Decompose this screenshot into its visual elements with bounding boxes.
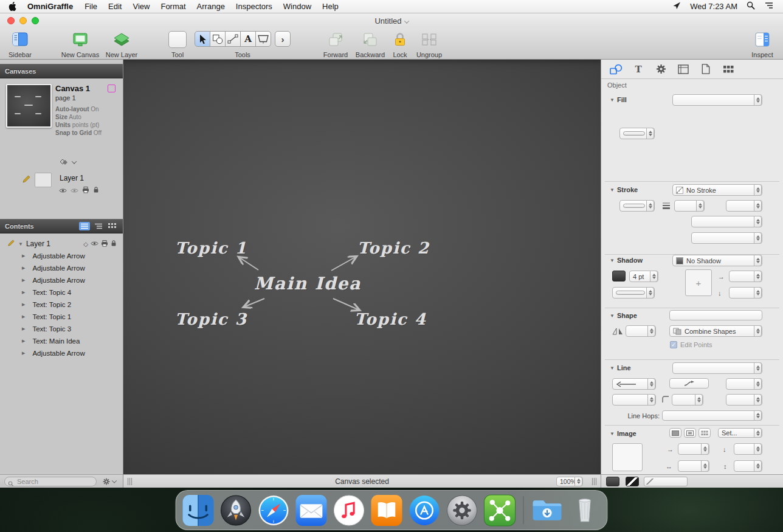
canvas-options-control[interactable]: [60, 159, 76, 165]
combine-shapes-dropdown[interactable]: Combine Shapes: [669, 325, 762, 337]
search-input[interactable]: [4, 477, 97, 486]
toolbar-new-canvas-button[interactable]: New Canvas: [61, 30, 100, 58]
tab-properties-inspector[interactable]: [654, 63, 668, 76]
artboard-tool-button[interactable]: [255, 31, 271, 47]
drawing-canvas[interactable]: Topic 1 Topic 2 Main Idea Topic 3 Topic …: [123, 60, 601, 474]
row-lock-icon[interactable]: [111, 240, 117, 248]
line-section-title[interactable]: ▼Line: [610, 364, 631, 371]
shape-name-field[interactable]: [669, 310, 762, 320]
node-topic-3[interactable]: Topic 3: [175, 310, 247, 328]
stroke-radius-field[interactable]: [691, 216, 762, 227]
image-height-field[interactable]: [734, 460, 762, 472]
menu-window[interactable]: Window: [278, 2, 317, 11]
node-topic-4[interactable]: Topic 4: [354, 310, 427, 328]
tab-type-inspector[interactable]: T: [631, 63, 646, 76]
fill-color-well[interactable]: [606, 477, 619, 486]
node-topic-1[interactable]: Topic 1: [175, 239, 247, 257]
notification-center-icon[interactable]: [764, 2, 773, 11]
contents-item[interactable]: ▶Text: Main Idea: [0, 335, 123, 347]
shadow-offset-x-field[interactable]: [729, 271, 762, 282]
layer-disclosure-icon[interactable]: ▼: [18, 241, 23, 247]
layer-print-icon[interactable]: [82, 185, 89, 196]
contents-pencil-icon[interactable]: [7, 240, 15, 248]
dock-launchpad-icon[interactable]: [220, 494, 252, 527]
shadow-position-picker[interactable]: +: [685, 269, 712, 296]
tab-workspaces-grid[interactable]: [721, 63, 736, 76]
image-fit-stretch-button[interactable]: [684, 428, 696, 438]
menu-file[interactable]: File: [79, 2, 103, 11]
line-midpoint-control[interactable]: [669, 378, 709, 389]
toolbar-ungroup-button[interactable]: Ungroup: [415, 30, 444, 58]
grid-view-button[interactable]: [107, 222, 118, 230]
node-topic-2[interactable]: Topic 2: [357, 239, 430, 257]
more-tools-button[interactable]: ›: [275, 31, 291, 47]
menu-view[interactable]: View: [127, 2, 155, 11]
image-width-field[interactable]: [678, 460, 709, 472]
stroke-section-title[interactable]: ▼Stroke: [610, 186, 638, 193]
spotlight-search-icon[interactable]: [747, 1, 755, 12]
shadow-offset-y-field[interactable]: [729, 287, 762, 299]
shape-section-title[interactable]: ▼Shape: [610, 312, 637, 319]
stroke-width-field[interactable]: [674, 200, 705, 212]
line-radius-field[interactable]: [672, 394, 703, 406]
line-type-dropdown[interactable]: [672, 362, 762, 374]
contents-item[interactable]: ▶Text: Topic 4: [0, 286, 123, 299]
splitter-grip-icon[interactable]: [592, 478, 597, 485]
font-color-bar[interactable]: [644, 477, 688, 486]
fill-type-stepper[interactable]: [619, 128, 655, 139]
dock-system-preferences-icon[interactable]: [446, 494, 478, 527]
shadow-blur-field[interactable]: 4 pt: [629, 271, 658, 282]
fill-section-title[interactable]: ▼Fill: [610, 96, 627, 103]
layer-preview-icon[interactable]: [71, 185, 78, 196]
image-set-dropdown[interactable]: Set...: [718, 428, 762, 438]
row-visible-icon[interactable]: [91, 240, 98, 247]
stroke-color-well[interactable]: [626, 477, 639, 486]
toolbar-inspect-button[interactable]: Inspect: [748, 30, 777, 58]
stroke-pattern-stepper[interactable]: [619, 200, 655, 212]
line-start-arrow-stepper[interactable]: [612, 378, 656, 390]
layer-visible-icon[interactable]: [59, 185, 67, 196]
menu-edit[interactable]: Edit: [103, 2, 127, 11]
contents-item[interactable]: ▶Adjustable Arrow: [0, 347, 123, 359]
contents-item[interactable]: ▶Adjustable Arrow: [0, 274, 123, 286]
location-services-icon[interactable]: [672, 1, 681, 12]
canvas-1-thumbnail[interactable]: [6, 84, 52, 128]
line-hops-dropdown[interactable]: [662, 410, 762, 421]
toolbar-new-layer-button[interactable]: New Layer: [104, 30, 139, 58]
shadow-style-dropdown[interactable]: No Shadow: [672, 255, 762, 266]
menu-clock[interactable]: Wed 7:23 AM: [690, 2, 737, 11]
menu-help[interactable]: Help: [317, 2, 344, 11]
dock-downloads-folder-icon[interactable]: [531, 494, 564, 527]
shadow-section-title[interactable]: ▼Shadow: [610, 257, 643, 264]
layer-name[interactable]: Layer 1: [60, 174, 84, 182]
tab-document-inspector[interactable]: [698, 63, 713, 76]
shape-tool-button[interactable]: [210, 31, 226, 47]
node-main-idea[interactable]: Main Idea: [254, 274, 362, 294]
layer-lock-icon[interactable]: [93, 185, 99, 196]
image-section-title[interactable]: ▼Image: [610, 430, 636, 437]
list-view-button[interactable]: [79, 222, 90, 230]
contents-layer-row[interactable]: ▼ Layer 1 ◇: [0, 238, 123, 250]
shadow-color-well[interactable]: [612, 271, 626, 282]
sidebar-action-menu[interactable]: [102, 477, 116, 486]
image-fit-natural-button[interactable]: [669, 428, 681, 438]
dock-trash-icon[interactable]: [569, 494, 601, 527]
line-tool-button[interactable]: [225, 31, 241, 47]
toolbar-backward-button[interactable]: Backward: [354, 30, 386, 58]
toolbar-lock-button[interactable]: Lock: [392, 30, 409, 58]
title-chevron-icon[interactable]: [404, 18, 409, 23]
contents-item[interactable]: ▶Adjustable Arrow: [0, 262, 123, 274]
line-end-arrow-stepper[interactable]: [726, 378, 762, 390]
apple-menu-icon[interactable]: [0, 2, 21, 11]
dock-books-icon[interactable]: [371, 494, 403, 527]
dock-app-store-icon[interactable]: [409, 494, 441, 527]
stroke-corner-field[interactable]: [726, 200, 762, 212]
contents-item[interactable]: ▶Text: Topic 3: [0, 323, 123, 335]
row-print-icon[interactable]: [101, 240, 108, 248]
stroke-gap-field[interactable]: [691, 232, 762, 244]
contents-item[interactable]: ▶Text: Topic 2: [0, 299, 123, 311]
layer-edit-pencil-icon[interactable]: [22, 175, 30, 186]
toolbar-forward-button[interactable]: Forward: [322, 30, 349, 58]
menu-format[interactable]: Format: [155, 2, 191, 11]
toolbar-sidebar-button[interactable]: Sidebar: [5, 30, 35, 58]
